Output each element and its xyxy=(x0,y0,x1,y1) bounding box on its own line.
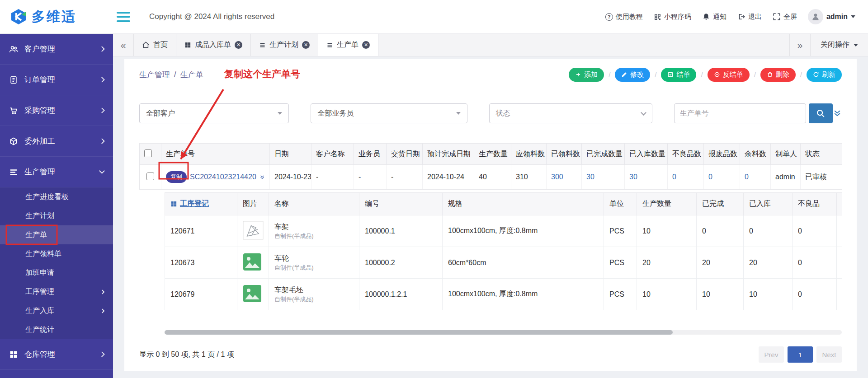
order-completed-link[interactable]: 30 xyxy=(582,165,625,190)
filter-bar: 全部客户 全部业务员 状态 xyxy=(139,103,842,123)
home-icon xyxy=(142,41,150,49)
order-stored-link[interactable]: 30 xyxy=(625,165,668,190)
col-material-received: 已领料数 xyxy=(547,144,582,165)
tabs-scroll-right-button[interactable]: » xyxy=(789,34,810,56)
sidebar-item-production-board[interactable]: 生产进度看板 xyxy=(0,187,113,206)
edit-button[interactable]: 修改 xyxy=(615,68,650,82)
prev-page-button[interactable]: Prev xyxy=(759,346,784,363)
item-clipped xyxy=(837,247,842,279)
sidebar-item-production-plan[interactable]: 生产计划 xyxy=(0,206,113,225)
tab-production-plan[interactable]: 生产计划 ✕ xyxy=(251,34,318,56)
sidebar-item-warehouse[interactable]: 仓库管理 xyxy=(0,339,113,370)
search-button[interactable] xyxy=(809,103,833,123)
order-no-input[interactable] xyxy=(674,103,806,123)
customer-select[interactable]: 全部客户 xyxy=(139,103,289,123)
col-status: 状态 xyxy=(801,144,832,165)
order-scrapped-link[interactable]: 0 xyxy=(704,165,740,190)
order-defective-link[interactable]: 0 xyxy=(668,165,704,190)
next-page-button[interactable]: Next xyxy=(816,346,842,363)
col-clipped xyxy=(832,144,842,165)
sidebar: 客户管理 订单管理 采购管理 委外加工 xyxy=(0,34,113,378)
item-code: 100000.1 xyxy=(359,215,443,247)
fullscreen-label: 全屏 xyxy=(783,13,797,21)
order-qty: 40 xyxy=(474,165,511,190)
tab-finished-goods-inbound[interactable]: 成品入库单 ✕ xyxy=(176,34,251,56)
delete-button[interactable]: 删除 xyxy=(760,68,796,82)
brand-logo[interactable]: 多维适 xyxy=(0,8,113,26)
page-1-button[interactable]: 1 xyxy=(788,346,813,363)
fullscreen-link[interactable]: 全屏 xyxy=(773,13,797,21)
outsourcing-icon xyxy=(9,137,18,146)
order-no-link[interactable]: SC20241023214420 xyxy=(190,173,256,181)
finish-order-button[interactable]: 结单 xyxy=(661,68,696,82)
sidebar-item-production-stats[interactable]: 生产统计 xyxy=(0,320,113,339)
sidebar-item-customers[interactable]: 客户管理 xyxy=(0,34,113,65)
item-spec: 100cmx100cm, 厚度:0.8mm xyxy=(443,215,604,247)
top-navigation: ? 使用教程 小程序码 通知 退出 全屏 xyxy=(605,9,868,24)
expand-row-icon[interactable] xyxy=(259,174,265,181)
horizontal-scrollbar[interactable] xyxy=(165,330,842,335)
sidebar-item-overtime-request[interactable]: 加班申请 xyxy=(0,263,113,282)
sidebar-item-orders[interactable]: 订单管理 xyxy=(0,65,113,95)
sidebar-item-production-instock[interactable]: 生产入库 xyxy=(0,301,113,320)
caret-down-icon xyxy=(278,112,282,115)
photo-image[interactable] xyxy=(243,253,262,271)
select-all-checkbox[interactable] xyxy=(144,149,152,157)
tab-label: 成品入库单 xyxy=(195,40,231,50)
tab-close-icon[interactable]: ✕ xyxy=(302,41,310,49)
tab-close-icon[interactable]: ✕ xyxy=(362,41,370,49)
row-checkbox[interactable] xyxy=(146,173,154,180)
add-button[interactable]: 添加 xyxy=(569,68,604,82)
bell-icon xyxy=(702,13,710,21)
more-filters-toggle[interactable] xyxy=(833,109,842,118)
scrollbar-thumb[interactable] xyxy=(165,330,673,335)
tab-close-icon[interactable]: ✕ xyxy=(235,41,242,49)
col-scrapped: 报废品数 xyxy=(704,144,740,165)
order-actions-clipped xyxy=(832,165,842,190)
chevron-right-icon xyxy=(99,107,105,113)
sidebar-toggle-button[interactable] xyxy=(117,12,130,22)
sketch-image[interactable] xyxy=(243,221,264,240)
sidebar-item-outsourcing[interactable]: 委外加工 xyxy=(0,126,113,157)
process-register-link[interactable]: 工序登记 xyxy=(170,199,209,209)
grid-icon xyxy=(170,201,177,207)
close-actions-dropdown[interactable]: 关闭操作 xyxy=(810,34,868,56)
miniprogram-qr-link[interactable]: 小程序码 xyxy=(654,13,691,21)
copy-order-no-button[interactable]: 复制 xyxy=(166,171,187,183)
order-material-received-link[interactable]: 300 xyxy=(547,165,582,190)
order-row: 复制 SC20241023214420 2024-10-23 - xyxy=(140,165,842,190)
tabs-scroll-left-button[interactable]: « xyxy=(113,34,134,56)
tutorial-link[interactable]: ? 使用教程 xyxy=(605,13,643,21)
item-type: 自制件(半成品) xyxy=(274,264,354,271)
production-order-table: 生产单号 日期 客户名称 业务员 交货日期 预计完成日期 生产数量 应领料数 已… xyxy=(139,143,842,190)
sidebar-item-production[interactable]: 生产管理 xyxy=(0,157,113,187)
sidebar-item-material-request[interactable]: 生产领料单 xyxy=(0,244,113,263)
user-menu[interactable]: admin xyxy=(808,9,855,24)
refresh-button[interactable]: 刷新 xyxy=(807,68,842,82)
tab-production-order[interactable]: 生产单 ✕ xyxy=(318,34,378,56)
sidebar-item-process-management[interactable]: 工序管理 xyxy=(0,282,113,301)
sub-item-label: 生产单 xyxy=(25,230,47,240)
col-qty: 生产数量 xyxy=(474,144,511,165)
sidebar-item-production-order[interactable]: 生产单 xyxy=(0,225,113,244)
item-qty: 10 xyxy=(637,279,697,310)
tab-home[interactable]: 首页 xyxy=(134,34,176,56)
order-surplus-link[interactable]: 0 xyxy=(740,165,771,190)
plus-icon xyxy=(575,71,581,78)
item-unit: PCS xyxy=(604,215,637,247)
breadcrumb-parent[interactable]: 生产管理 xyxy=(139,70,170,80)
subcol-defect: 不良品 xyxy=(793,193,837,215)
photo-image[interactable] xyxy=(243,285,262,303)
notifications-link[interactable]: 通知 xyxy=(702,13,726,21)
logout-link[interactable]: 退出 xyxy=(737,13,762,21)
status-select[interactable]: 状态 xyxy=(489,103,652,123)
list-icon xyxy=(326,42,333,48)
item-id: 120673 xyxy=(165,247,237,279)
salesman-select[interactable]: 全部业务员 xyxy=(311,103,467,123)
sub-item-label: 生产领料单 xyxy=(25,249,61,259)
sub-item-label: 生产进度看板 xyxy=(25,192,69,202)
unfinish-order-button[interactable]: 反结单 xyxy=(708,68,750,82)
sidebar-item-purchase[interactable]: 采购管理 xyxy=(0,95,113,126)
item-done: 0 xyxy=(697,215,744,247)
order-estimate-date: 2024-10-24 xyxy=(423,165,474,190)
